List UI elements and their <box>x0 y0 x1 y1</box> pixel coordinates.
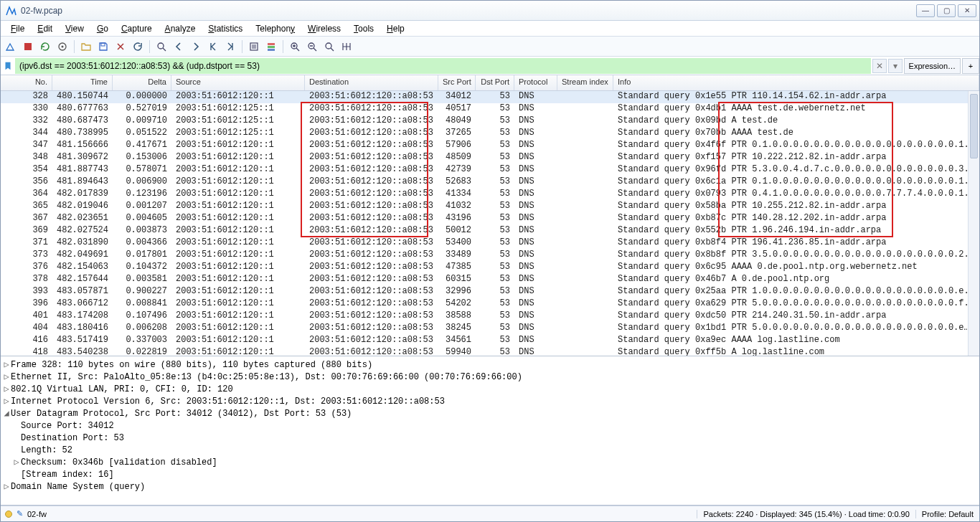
udp-srcport[interactable]: Source Port: 34012 <box>21 420 114 432</box>
udp-dstport[interactable]: Destination Port: 53 <box>21 432 124 445</box>
expand-icon[interactable]: ▷ <box>12 457 21 469</box>
menu-help[interactable]: Help <box>381 22 410 35</box>
zoom-reset-icon[interactable] <box>322 39 336 54</box>
cell: 0.527019 <box>113 103 171 115</box>
table-row[interactable]: 404483.1804160.0062082003:51:6012:120::1… <box>1 323 979 335</box>
table-row[interactable]: 376482.1540630.1043722003:51:6012:120::1… <box>1 262 979 274</box>
close-file-icon[interactable] <box>113 39 128 54</box>
vertical-scrollbar[interactable] <box>968 91 979 356</box>
table-row[interactable]: 378482.1576440.0035812003:51:6012:120::1… <box>1 274 979 286</box>
table-row[interactable]: 344480.7389950.0515222003:51:6012:125::1… <box>1 128 979 140</box>
frame-summary[interactable]: Frame 328: 110 bytes on wire (880 bits),… <box>11 359 372 371</box>
udp-checksum[interactable]: Checksum: 0x346b [validation disabled] <box>21 457 217 469</box>
bookmark-filter-icon[interactable] <box>1 61 15 71</box>
expand-icon[interactable]: ▷ <box>2 481 11 493</box>
table-row[interactable]: 365482.0190460.0012072003:51:6012:120::1… <box>1 201 979 213</box>
col-stream[interactable]: Stream index <box>557 75 613 90</box>
cell: 356 <box>1 176 52 189</box>
status-profile[interactable]: Profile: Default <box>915 510 979 518</box>
table-row[interactable]: 369482.0275240.0038732003:51:6012:120::1… <box>1 225 979 237</box>
close-button[interactable]: ✕ <box>958 4 976 17</box>
display-filter-input[interactable] <box>15 58 871 74</box>
col-dest[interactable]: Destination <box>305 75 438 90</box>
menu-analyze[interactable]: Analyze <box>159 22 202 35</box>
maximize-button[interactable]: ▢ <box>937 4 956 17</box>
jump-first-icon[interactable] <box>206 39 220 54</box>
packet-details-pane[interactable]: ▷Frame 328: 110 bytes on wire (880 bits)… <box>1 356 979 506</box>
menu-wireless[interactable]: Wireless <box>302 22 347 35</box>
save-file-icon[interactable] <box>96 39 110 54</box>
auto-scroll-icon[interactable] <box>247 39 261 54</box>
col-source[interactable]: Source <box>171 75 305 90</box>
expert-info-icon[interactable] <box>5 511 12 518</box>
stop-capture-icon[interactable] <box>21 39 35 54</box>
jump-last-icon[interactable] <box>223 39 237 54</box>
expand-icon[interactable]: ▷ <box>2 371 11 384</box>
table-row[interactable]: 393483.0578710.9002272003:51:6012:120::1… <box>1 286 979 298</box>
ipv6-summary[interactable]: Internet Protocol Version 6, Src: 2003:5… <box>11 396 445 408</box>
table-row[interactable]: 328480.1507440.0000002003:51:6012:120::1… <box>1 91 979 103</box>
col-dstport[interactable]: Dst Port <box>476 75 514 90</box>
table-row[interactable]: 348481.3096720.1530062003:51:6012:120::1… <box>1 152 979 164</box>
vlan-summary[interactable]: 802.1Q Virtual LAN, PRI: 0, CFI: 0, ID: … <box>11 384 233 396</box>
col-proto[interactable]: Protocol <box>514 75 557 90</box>
expression-button[interactable]: Expression… <box>904 58 961 74</box>
col-time[interactable]: Time <box>52 75 113 90</box>
go-back-icon[interactable] <box>171 39 186 54</box>
col-srcport[interactable]: Src Port <box>438 75 476 90</box>
find-icon[interactable] <box>154 39 169 54</box>
menu-go[interactable]: Go <box>91 22 114 35</box>
menu-statistics[interactable]: Statistics <box>202 22 248 35</box>
col-no[interactable]: No. <box>1 75 52 90</box>
zoom-out-icon[interactable] <box>305 39 319 54</box>
add-filter-button[interactable]: + <box>962 58 979 74</box>
zoom-in-icon[interactable] <box>288 39 302 54</box>
eth-summary[interactable]: Ethernet II, Src: PaloAlto_05:8e:13 (b4:… <box>11 371 522 384</box>
table-row[interactable]: 371482.0318900.0043662003:51:6012:120::1… <box>1 237 979 250</box>
expand-icon[interactable]: ▷ <box>2 384 11 396</box>
menu-edit[interactable]: Edit <box>32 22 58 35</box>
menu-view[interactable]: View <box>60 22 90 35</box>
udp-length[interactable]: Length: 52 <box>21 445 72 457</box>
table-row[interactable]: 418483.5402380.0228192003:51:6012:120::1… <box>1 347 979 356</box>
expand-icon[interactable]: ▷ <box>2 359 11 371</box>
udp-stream[interactable]: [Stream index: 16] <box>21 469 114 481</box>
table-row[interactable]: 416483.5174190.3370032003:51:6012:120::1… <box>1 335 979 347</box>
table-row[interactable]: 401483.1742080.1074962003:51:6012:120::1… <box>1 310 979 323</box>
open-file-icon[interactable] <box>79 39 93 54</box>
menu-tools[interactable]: Tools <box>348 22 380 35</box>
table-row[interactable]: 356481.8946430.0069002003:51:6012:120::1… <box>1 176 979 189</box>
minimize-button[interactable]: — <box>916 4 935 17</box>
colorize-icon[interactable] <box>264 39 278 54</box>
cell: 53 <box>476 286 514 298</box>
table-row[interactable]: 396483.0667120.0088412003:51:6012:120::1… <box>1 298 979 310</box>
table-row[interactable]: 330480.6777630.5270192003:51:6012:125::1… <box>1 103 979 115</box>
restart-capture-icon[interactable] <box>38 39 52 54</box>
table-row[interactable]: 367482.0236510.0046052003:51:6012:120::1… <box>1 213 979 225</box>
packet-list-body[interactable]: 328480.1507440.0000002003:51:6012:120::1… <box>1 91 979 356</box>
capture-options-icon[interactable] <box>55 39 70 54</box>
menu-capture[interactable]: Capture <box>116 22 158 35</box>
table-row[interactable]: 364482.0178390.1231962003:51:6012:120::1… <box>1 189 979 201</box>
table-row[interactable]: 332480.6874730.0097102003:51:6012:125::1… <box>1 115 979 128</box>
dns-summary[interactable]: Domain Name System (query) <box>11 481 145 493</box>
menu-file[interactable]: File <box>5 22 30 35</box>
col-info[interactable]: Info <box>613 75 979 90</box>
edit-capture-icon[interactable]: ✎ <box>17 509 23 518</box>
table-row[interactable]: 373482.0496910.0178012003:51:6012:120::1… <box>1 250 979 262</box>
udp-summary[interactable]: User Datagram Protocol, Src Port: 34012 … <box>11 408 352 420</box>
collapse-icon[interactable]: ◢ <box>2 408 11 420</box>
resize-columns-icon[interactable] <box>339 39 354 54</box>
reload-icon[interactable] <box>131 39 145 54</box>
scrollbar-thumb[interactable] <box>970 94 978 158</box>
go-forward-icon[interactable] <box>189 39 203 54</box>
expand-icon[interactable]: ▷ <box>2 396 11 408</box>
packet-list-header[interactable]: No. Time Delta Source Destination Src Po… <box>1 75 979 91</box>
clear-filter-icon[interactable]: ✕ <box>872 59 887 73</box>
table-row[interactable]: 354481.8877430.5780712003:51:6012:120::1… <box>1 164 979 176</box>
start-capture-icon[interactable] <box>4 39 18 54</box>
menu-telephony[interactable]: Telephony <box>250 22 301 35</box>
col-delta[interactable]: Delta <box>113 75 171 90</box>
apply-filter-icon[interactable]: ▾ <box>888 59 903 73</box>
table-row[interactable]: 347481.1566660.4176712003:51:6012:120::1… <box>1 140 979 152</box>
